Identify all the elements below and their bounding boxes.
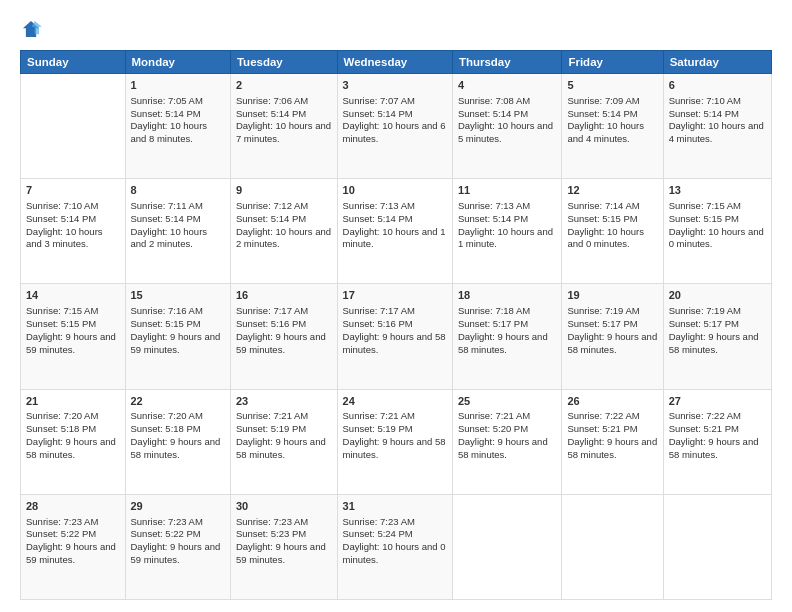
calendar-cell: 7Sunrise: 7:10 AMSunset: 5:14 PMDaylight…	[21, 179, 126, 284]
day-number: 26	[567, 394, 657, 409]
sunrise-text: Sunrise: 7:23 AM	[26, 516, 120, 529]
sunset-text: Sunset: 5:16 PM	[236, 318, 332, 331]
daylight-text: Daylight: 9 hours and 58 minutes.	[567, 436, 657, 462]
calendar-cell	[663, 494, 771, 599]
sunrise-text: Sunrise: 7:12 AM	[236, 200, 332, 213]
daylight-text: Daylight: 9 hours and 59 minutes.	[131, 541, 225, 567]
sunset-text: Sunset: 5:17 PM	[458, 318, 557, 331]
daylight-text: Daylight: 10 hours and 1 minute.	[458, 226, 557, 252]
daylight-text: Daylight: 10 hours and 0 minutes.	[343, 541, 447, 567]
daylight-text: Daylight: 9 hours and 58 minutes.	[343, 331, 447, 357]
sunrise-text: Sunrise: 7:20 AM	[131, 410, 225, 423]
day-number: 2	[236, 78, 332, 93]
weekday-header: Tuesday	[230, 51, 337, 74]
sunset-text: Sunset: 5:22 PM	[131, 528, 225, 541]
calendar-cell: 1Sunrise: 7:05 AMSunset: 5:14 PMDaylight…	[125, 74, 230, 179]
sunset-text: Sunset: 5:14 PM	[131, 108, 225, 121]
calendar-cell: 18Sunrise: 7:18 AMSunset: 5:17 PMDayligh…	[452, 284, 562, 389]
sunset-text: Sunset: 5:22 PM	[26, 528, 120, 541]
sunrise-text: Sunrise: 7:07 AM	[343, 95, 447, 108]
sunrise-text: Sunrise: 7:21 AM	[458, 410, 557, 423]
calendar-cell: 19Sunrise: 7:19 AMSunset: 5:17 PMDayligh…	[562, 284, 663, 389]
daylight-text: Daylight: 10 hours and 4 minutes.	[567, 120, 657, 146]
weekday-header: Saturday	[663, 51, 771, 74]
calendar-cell: 16Sunrise: 7:17 AMSunset: 5:16 PMDayligh…	[230, 284, 337, 389]
calendar-cell: 15Sunrise: 7:16 AMSunset: 5:15 PMDayligh…	[125, 284, 230, 389]
daylight-text: Daylight: 9 hours and 58 minutes.	[343, 436, 447, 462]
sunrise-text: Sunrise: 7:23 AM	[236, 516, 332, 529]
day-number: 20	[669, 288, 766, 303]
sunrise-text: Sunrise: 7:19 AM	[567, 305, 657, 318]
sunset-text: Sunset: 5:15 PM	[26, 318, 120, 331]
day-number: 16	[236, 288, 332, 303]
weekday-header: Friday	[562, 51, 663, 74]
sunrise-text: Sunrise: 7:14 AM	[567, 200, 657, 213]
calendar-week-row: 7Sunrise: 7:10 AMSunset: 5:14 PMDaylight…	[21, 179, 772, 284]
sunset-text: Sunset: 5:14 PM	[131, 213, 225, 226]
calendar-cell: 28Sunrise: 7:23 AMSunset: 5:22 PMDayligh…	[21, 494, 126, 599]
header-row: SundayMondayTuesdayWednesdayThursdayFrid…	[21, 51, 772, 74]
sunrise-text: Sunrise: 7:19 AM	[669, 305, 766, 318]
sunrise-text: Sunrise: 7:21 AM	[236, 410, 332, 423]
daylight-text: Daylight: 10 hours and 2 minutes.	[236, 226, 332, 252]
day-number: 28	[26, 499, 120, 514]
sunset-text: Sunset: 5:20 PM	[458, 423, 557, 436]
sunrise-text: Sunrise: 7:13 AM	[458, 200, 557, 213]
sunrise-text: Sunrise: 7:08 AM	[458, 95, 557, 108]
daylight-text: Daylight: 9 hours and 59 minutes.	[26, 331, 120, 357]
calendar-cell: 29Sunrise: 7:23 AMSunset: 5:22 PMDayligh…	[125, 494, 230, 599]
daylight-text: Daylight: 9 hours and 59 minutes.	[131, 331, 225, 357]
sunset-text: Sunset: 5:15 PM	[669, 213, 766, 226]
sunset-text: Sunset: 5:14 PM	[26, 213, 120, 226]
sunrise-text: Sunrise: 7:22 AM	[669, 410, 766, 423]
calendar-cell: 11Sunrise: 7:13 AMSunset: 5:14 PMDayligh…	[452, 179, 562, 284]
weekday-header: Thursday	[452, 51, 562, 74]
daylight-text: Daylight: 10 hours and 4 minutes.	[669, 120, 766, 146]
day-number: 19	[567, 288, 657, 303]
day-number: 13	[669, 183, 766, 198]
calendar-cell: 25Sunrise: 7:21 AMSunset: 5:20 PMDayligh…	[452, 389, 562, 494]
day-number: 11	[458, 183, 557, 198]
weekday-header: Monday	[125, 51, 230, 74]
sunrise-text: Sunrise: 7:13 AM	[343, 200, 447, 213]
calendar-cell: 22Sunrise: 7:20 AMSunset: 5:18 PMDayligh…	[125, 389, 230, 494]
calendar-week-row: 1Sunrise: 7:05 AMSunset: 5:14 PMDaylight…	[21, 74, 772, 179]
sunset-text: Sunset: 5:19 PM	[236, 423, 332, 436]
calendar-cell: 2Sunrise: 7:06 AMSunset: 5:14 PMDaylight…	[230, 74, 337, 179]
sunset-text: Sunset: 5:17 PM	[567, 318, 657, 331]
day-number: 25	[458, 394, 557, 409]
sunrise-text: Sunrise: 7:11 AM	[131, 200, 225, 213]
daylight-text: Daylight: 10 hours and 2 minutes.	[131, 226, 225, 252]
sunrise-text: Sunrise: 7:17 AM	[343, 305, 447, 318]
calendar-cell: 30Sunrise: 7:23 AMSunset: 5:23 PMDayligh…	[230, 494, 337, 599]
daylight-text: Daylight: 10 hours and 3 minutes.	[26, 226, 120, 252]
day-number: 1	[131, 78, 225, 93]
daylight-text: Daylight: 9 hours and 58 minutes.	[26, 436, 120, 462]
calendar-cell: 31Sunrise: 7:23 AMSunset: 5:24 PMDayligh…	[337, 494, 452, 599]
sunrise-text: Sunrise: 7:21 AM	[343, 410, 447, 423]
sunrise-text: Sunrise: 7:15 AM	[669, 200, 766, 213]
daylight-text: Daylight: 10 hours and 6 minutes.	[343, 120, 447, 146]
sunset-text: Sunset: 5:23 PM	[236, 528, 332, 541]
sunset-text: Sunset: 5:17 PM	[669, 318, 766, 331]
day-number: 24	[343, 394, 447, 409]
calendar-cell	[21, 74, 126, 179]
calendar-cell: 14Sunrise: 7:15 AMSunset: 5:15 PMDayligh…	[21, 284, 126, 389]
sunrise-text: Sunrise: 7:20 AM	[26, 410, 120, 423]
page: SundayMondayTuesdayWednesdayThursdayFrid…	[0, 0, 792, 612]
sunrise-text: Sunrise: 7:22 AM	[567, 410, 657, 423]
sunset-text: Sunset: 5:16 PM	[343, 318, 447, 331]
calendar-cell: 8Sunrise: 7:11 AMSunset: 5:14 PMDaylight…	[125, 179, 230, 284]
daylight-text: Daylight: 10 hours and 0 minutes.	[669, 226, 766, 252]
sunrise-text: Sunrise: 7:18 AM	[458, 305, 557, 318]
sunset-text: Sunset: 5:14 PM	[343, 108, 447, 121]
day-number: 4	[458, 78, 557, 93]
daylight-text: Daylight: 10 hours and 5 minutes.	[458, 120, 557, 146]
sunrise-text: Sunrise: 7:23 AM	[343, 516, 447, 529]
sunrise-text: Sunrise: 7:05 AM	[131, 95, 225, 108]
daylight-text: Daylight: 9 hours and 59 minutes.	[26, 541, 120, 567]
calendar-cell: 12Sunrise: 7:14 AMSunset: 5:15 PMDayligh…	[562, 179, 663, 284]
daylight-text: Daylight: 10 hours and 7 minutes.	[236, 120, 332, 146]
day-number: 23	[236, 394, 332, 409]
daylight-text: Daylight: 9 hours and 58 minutes.	[236, 436, 332, 462]
